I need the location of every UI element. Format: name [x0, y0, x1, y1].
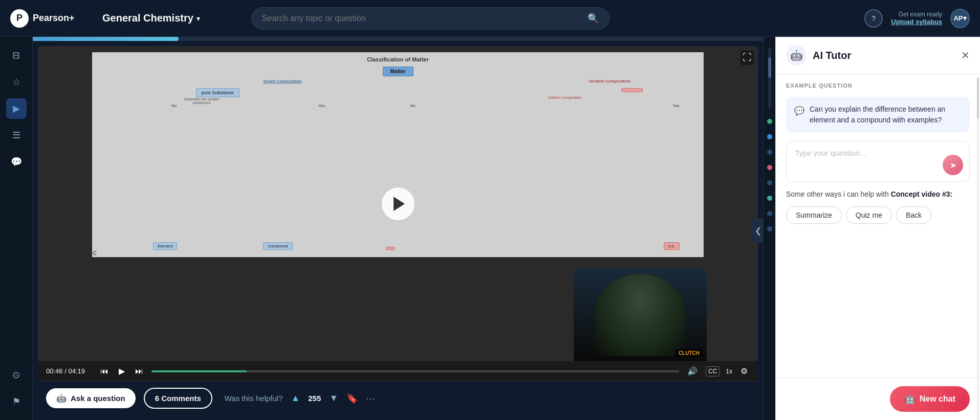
ai-tutor-panel: 🤖 AI Tutor ✕ EXAMPLE QUESTION 💬 Can you … — [775, 37, 980, 420]
chevron-down-icon: ▾ — [197, 14, 200, 23]
ask-question-label: Ask a question — [71, 394, 125, 403]
yes-label-2: Yes — [673, 103, 680, 108]
logo-text: Pearson+ — [33, 13, 75, 24]
summarize-button[interactable]: Summarize — [786, 206, 842, 224]
no-label-2: No — [410, 103, 415, 108]
element-box: Element — [153, 242, 177, 250]
ai-tutor-title: AI Tutor — [813, 50, 851, 61]
chapter-dot-6[interactable] — [767, 196, 772, 201]
sidebar-icon-video[interactable]: ▶ — [6, 98, 27, 119]
new-chat-label: New chat — [920, 394, 955, 404]
chapter-dot-2[interactable] — [767, 134, 772, 139]
variable-comp-label: Variable Composition — [589, 79, 630, 83]
comments-label: 6 Comments — [155, 394, 201, 403]
ask-question-button[interactable]: 🤖 Ask a question — [46, 388, 136, 408]
help-button[interactable]: ? — [864, 9, 883, 28]
chapter-dot-7[interactable] — [767, 211, 772, 216]
new-chat-area: 🤖 New chat — [776, 377, 980, 420]
ai-scroll-bar[interactable] — [976, 68, 980, 420]
concept-label: Concept video #3: — [891, 190, 953, 198]
sidebar-icon-chat[interactable]: 💬 — [6, 152, 27, 172]
avatar-button[interactable]: AP ▾ — [950, 9, 970, 28]
fast-forward-button[interactable]: ⏭ — [133, 365, 145, 378]
collapse-arrow[interactable]: ❮ — [752, 218, 763, 243]
speed-button[interactable]: 1x — [726, 368, 732, 375]
scroll-indicator — [768, 47, 771, 109]
left-sidebar: ⊟ ☆ ▶ ☰ 💬 ⊙ ⚑ — [0, 37, 33, 420]
top-progress-bar — [33, 37, 763, 41]
fullscreen-button[interactable]: ⛶ — [741, 50, 754, 65]
ai-tutor-header: 🤖 AI Tutor ✕ — [776, 37, 980, 74]
search-input[interactable] — [262, 14, 581, 23]
thumbs-down-button[interactable]: ▼ — [329, 393, 338, 404]
rewind-button[interactable]: ⏮ — [98, 365, 111, 378]
cc-button[interactable]: CC — [706, 366, 720, 376]
chapter-dot-3[interactable] — [767, 150, 772, 155]
volume-button[interactable]: 🔊 — [685, 364, 700, 378]
exam-ready-area[interactable]: Get exam ready Upload syllabus — [891, 11, 942, 26]
course-selector[interactable]: General Chemistry ▾ — [102, 12, 200, 24]
collapse-icon: ❮ — [755, 226, 761, 236]
sidebar-icon-home[interactable]: ⊟ — [6, 45, 27, 66]
thumbs-up-button[interactable]: ▲ — [291, 393, 300, 404]
example-question-label: EXAMPLE QUESTION — [786, 82, 970, 89]
quiz-me-button[interactable]: Quiz me — [846, 206, 892, 224]
mixture-box — [621, 88, 643, 92]
logo-letter: P — [16, 13, 23, 24]
compound-box: Compound — [263, 242, 292, 250]
search-icon: 🔍 — [587, 13, 599, 24]
sidebar-icon-list[interactable]: ☰ — [6, 125, 27, 145]
course-title: General Chemistry — [102, 12, 193, 24]
suggestion-buttons: Summarize Quiz me Back — [786, 206, 970, 224]
uniform-comp-text: Uniform Composition — [548, 96, 581, 99]
video-controls: 00:46 / 04:19 ⏮ ▶ ⏭ 🔊 CC 1x ⚙ — [38, 361, 758, 381]
scroll-thumb — [768, 57, 771, 78]
sidebar-icon-bookmark[interactable]: ☆ — [6, 72, 27, 92]
sidebar-icon-flag[interactable]: ⚑ — [6, 391, 27, 412]
logo-area: P Pearson+ — [10, 9, 92, 28]
play-icon — [394, 197, 405, 211]
play-pause-button[interactable]: ▶ — [117, 364, 127, 378]
question-input-area[interactable]: Type your question... ➤ — [786, 141, 970, 182]
video-player[interactable]: Classification of Matter Matter Single C… — [38, 46, 758, 361]
video-slide: Classification of Matter Matter Single C… — [92, 52, 704, 257]
chapter-dot-5[interactable] — [767, 180, 772, 185]
play-button[interactable] — [382, 187, 415, 220]
other-ways-text: Some other ways i can help with Concept … — [786, 190, 970, 198]
instructor-silhouette — [594, 274, 686, 356]
comments-button[interactable]: 6 Comments — [144, 388, 212, 409]
send-button[interactable]: ➤ — [943, 155, 963, 175]
upload-syllabus-link[interactable]: Upload syllabus — [891, 18, 942, 26]
chapter-dot-1[interactable] — [767, 119, 772, 124]
chapter-dot-8[interactable] — [767, 226, 772, 232]
clutch-badge: CLUTCH — [676, 349, 703, 357]
helpful-text: Was this helpful? — [225, 394, 283, 403]
content-area: Classification of Matter Matter Single C… — [33, 37, 763, 420]
input-placeholder: Type your question... — [795, 149, 866, 157]
vote-count: 255 — [308, 394, 321, 403]
more-options-button[interactable]: ⋯ — [366, 393, 375, 404]
settings-button[interactable]: ⚙ — [738, 364, 750, 378]
main-layout: ⊟ ☆ ▶ ☰ 💬 ⊙ ⚑ Classification of Matter — [0, 37, 980, 420]
example-question-bubble: 💬 Can you explain the difference between… — [786, 97, 970, 133]
back-button[interactable]: Back — [896, 206, 931, 224]
bottom-action-bar: 🤖 Ask a question 6 Comments Was this hel… — [38, 381, 758, 415]
ai-tutor-body: EXAMPLE QUESTION 💬 Can you explain the d… — [776, 74, 980, 377]
close-button[interactable]: ✕ — [961, 49, 970, 61]
no-label-1: No — [171, 103, 177, 108]
separable-text: Separable into simplersubstances — [184, 97, 220, 104]
chapter-dot-4[interactable] — [767, 165, 772, 170]
new-chat-button[interactable]: 🤖 New chat — [890, 386, 970, 412]
c-label: C — [93, 250, 97, 256]
single-comp-label: Single Composition — [263, 79, 301, 83]
progress-track[interactable] — [151, 370, 679, 372]
ai-icon-small: 🤖 — [56, 393, 67, 403]
search-bar[interactable]: 🔍 — [251, 7, 609, 30]
slide-title: Classification of Matter — [367, 56, 429, 62]
logo-circle: P — [10, 9, 29, 28]
yes-label-1: Yes — [318, 103, 325, 108]
instructor-thumbnail: CLUTCH — [574, 269, 707, 361]
avatar-chevron-icon: ▾ — [963, 14, 967, 22]
bookmark-button[interactable]: 🔖 — [346, 393, 358, 404]
sidebar-icon-compass[interactable]: ⊙ — [6, 365, 27, 385]
